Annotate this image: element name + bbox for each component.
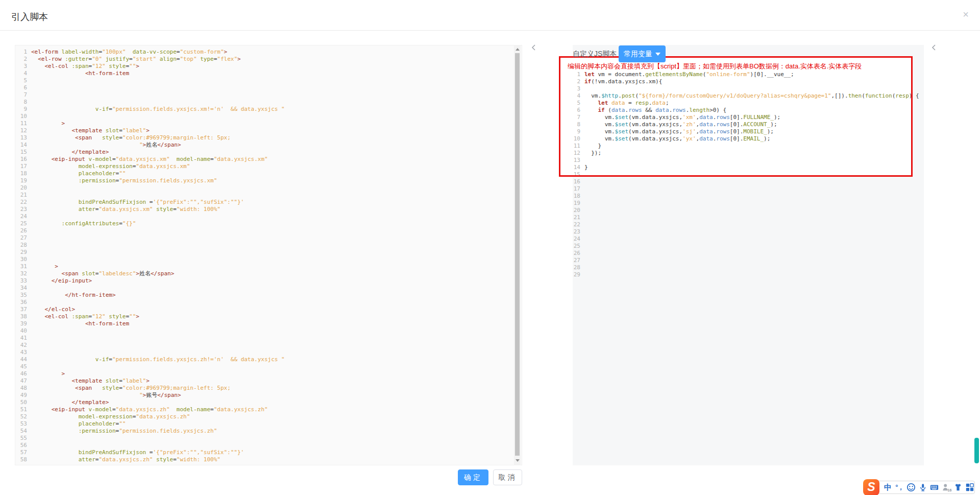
code-line: 14 ">姓名</span> xyxy=(15,142,512,149)
line-content: <el-col :span="12" style=""> xyxy=(31,313,139,320)
line-number: 6 xyxy=(15,84,27,91)
line-content: </eip-input> xyxy=(31,277,92,285)
code-line: 20 xyxy=(15,184,512,192)
collapse-left-chevron-icon[interactable] xyxy=(530,43,538,52)
line-number: 7 xyxy=(15,91,27,99)
line-content: </template> xyxy=(31,149,109,156)
template-code-content[interactable]: 1<el-form label-width="100px" data-vv-sc… xyxy=(15,49,512,463)
code-line: 13 <span style="color:#969799;margin-lef… xyxy=(15,134,512,142)
code-line: 9 v-if="permission.fields.yxsjcs.xm!='n'… xyxy=(15,106,512,113)
line-number: 9 xyxy=(572,128,580,135)
line-number: 19 xyxy=(572,200,580,207)
code-line: 50 </template> xyxy=(15,399,512,406)
line-number: 50 xyxy=(15,399,27,406)
line-number: 17 xyxy=(15,163,27,170)
code-line: 51 <eip-input v-model="data.yxsjcs.zh" m… xyxy=(15,406,512,413)
line-number: 17 xyxy=(572,185,580,193)
line-content: <el-row :gutter="0" justify="start" alig… xyxy=(31,56,241,63)
toolbox-grid-icon[interactable] xyxy=(965,482,974,493)
line-content: let vm = document.getElementsByName("onl… xyxy=(584,71,794,78)
line-number: 2 xyxy=(15,56,27,63)
line-number: 57 xyxy=(15,449,27,456)
line-content: <span slot="labeldesc">姓名</span> xyxy=(31,270,174,277)
code-line: 27 xyxy=(15,234,512,242)
line-content: <eip-input v-model="data.yxsjcs.xm" mode… xyxy=(31,156,268,163)
line-content: } xyxy=(584,164,588,171)
code-line: 31 > xyxy=(15,263,512,270)
code-line: 5 xyxy=(15,77,512,84)
code-line: 48 <span style="color:#969799;margin-lef… xyxy=(15,385,512,392)
code-line: 12 <template slot="label"> xyxy=(15,127,512,134)
code-line: 19 :permission="permission.fields.yxsjcs… xyxy=(15,177,512,184)
tab-custom-js-script[interactable]: 自定义JS脚本 xyxy=(573,50,617,59)
line-content: :permission="permission.fields.yxsjcs.xm… xyxy=(31,177,217,184)
code-line: 54 :permission="permission.fields.yxsjcs… xyxy=(15,428,512,435)
line-number: 51 xyxy=(15,406,27,413)
line-number: 30 xyxy=(15,256,27,263)
code-line: 21 xyxy=(15,192,512,199)
chinese-mode-icon[interactable]: 中 xyxy=(883,482,893,493)
line-content: vm.$set(vm.data.yxsjcs,'zh',data.rows[0]… xyxy=(584,121,777,128)
cancel-button[interactable]: 取消 xyxy=(493,469,522,485)
line-number: 15 xyxy=(15,149,27,156)
code-line: 33 </eip-input> xyxy=(15,277,512,285)
line-content: v-if="permission.fields.yxsjcs.xm!='n' &… xyxy=(31,106,285,113)
line-number: 8 xyxy=(15,99,27,106)
line-number: 25 xyxy=(15,220,27,227)
line-content: > xyxy=(31,370,65,378)
ime-toolbar: 中 °， 16 xyxy=(870,481,975,494)
line-number: 54 xyxy=(15,428,27,435)
line-content: ">账号</span> xyxy=(31,392,181,399)
line-number: 4 xyxy=(15,70,27,77)
code-line: 11 > xyxy=(15,120,512,127)
code-line: 16 <eip-input v-model="data.yxsjcs.xm" m… xyxy=(15,156,512,163)
sogou-logo[interactable]: S xyxy=(863,479,879,495)
line-number: 53 xyxy=(15,420,27,428)
common-variables-button[interactable]: 常用变量 xyxy=(619,45,666,62)
dialog-header: 引入脚本 × xyxy=(0,0,980,31)
code-line: 1let vm = document.getElementsByName("on… xyxy=(572,71,909,78)
code-line: 26 xyxy=(572,250,909,257)
code-line: 55 xyxy=(15,435,512,442)
line-number: 55 xyxy=(15,435,27,442)
tshirt-skin-icon[interactable] xyxy=(953,482,963,493)
line-number: 12 xyxy=(15,127,27,134)
common-variables-label: 常用变量 xyxy=(624,50,652,59)
line-content: v-if="permission.fields.yxsjcs.zh!='n' &… xyxy=(31,356,285,363)
close-icon[interactable]: × xyxy=(963,9,969,19)
code-line: 56 xyxy=(15,442,512,449)
line-number: 13 xyxy=(15,134,27,142)
emoji-icon[interactable] xyxy=(906,482,916,493)
code-line: 40 xyxy=(15,327,512,335)
code-line: 2if(!vm.data.yxsjcs.xm){ xyxy=(572,78,909,85)
window-scrollbar-thumb[interactable] xyxy=(974,438,979,463)
code-line: 53 placeholder="" xyxy=(15,420,512,428)
user-badge-icon[interactable]: 16 xyxy=(941,482,951,493)
scroll-up-arrow-icon[interactable] xyxy=(516,48,520,51)
microphone-icon[interactable] xyxy=(918,482,928,493)
code-line: 16 xyxy=(572,178,909,185)
line-content: placeholder="" xyxy=(31,170,126,177)
collapse-right-chevron-icon[interactable] xyxy=(930,43,938,52)
line-number: 13 xyxy=(572,157,580,164)
line-number: 29 xyxy=(15,249,27,256)
scroll-down-arrow-icon[interactable] xyxy=(516,459,520,462)
code-line: 39 <ht-form-item xyxy=(15,320,512,327)
line-content: <span style="color:#969799;margin-left: … xyxy=(31,385,231,392)
punctuation-icon[interactable]: °， xyxy=(895,482,904,493)
keyboard-icon[interactable] xyxy=(929,482,939,493)
line-number: 26 xyxy=(15,227,27,234)
line-number: 48 xyxy=(15,385,27,392)
line-number: 10 xyxy=(572,135,580,143)
code-line: 43 xyxy=(15,349,512,356)
line-number: 23 xyxy=(572,228,580,235)
line-content: </ht-form-item> xyxy=(31,292,116,299)
code-line: 23 atter="data.yxsjcs.xm" style="width: … xyxy=(15,206,512,213)
line-number: 5 xyxy=(572,100,580,107)
line-content: model-expression="data.yxsjcs.xm" xyxy=(31,163,190,170)
js-code-content[interactable]: 1let vm = document.getElementsByName("on… xyxy=(572,71,909,278)
line-content: atter="data.yxsjcs.zh" style="width: 100… xyxy=(31,456,220,463)
code-line: 35 </ht-form-item> xyxy=(15,292,512,299)
left-editor-scrollbar-thumb[interactable] xyxy=(515,53,520,456)
confirm-button[interactable]: 确定 xyxy=(458,469,488,485)
